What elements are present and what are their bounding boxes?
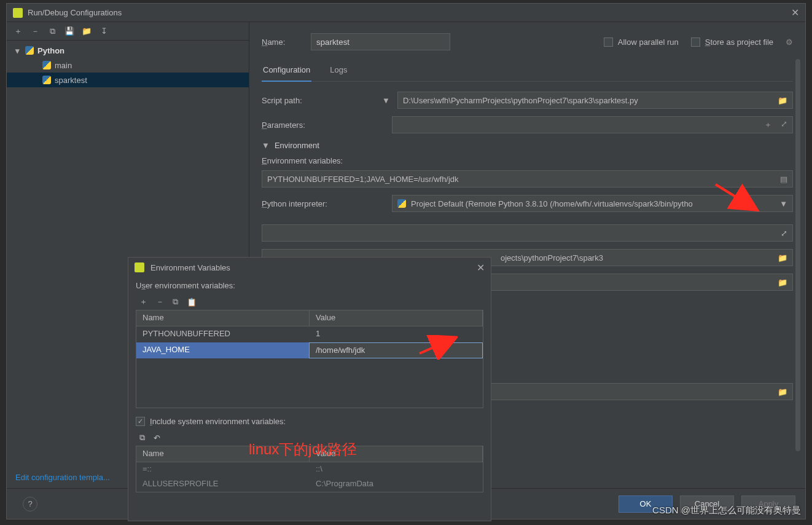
- save-icon[interactable]: 💾: [64, 26, 74, 36]
- browse-icon[interactable]: 📁: [778, 96, 787, 105]
- env-toolbar: ＋ － ⧉ 📋: [136, 294, 483, 310]
- checkbox-icon[interactable]: [691, 38, 700, 47]
- copy-icon[interactable]: ⧉: [173, 297, 178, 307]
- store-as-project-label: Store as project file: [705, 38, 773, 47]
- chevron-down-icon: ▼: [262, 141, 270, 150]
- interpreter-options-input[interactable]: ⤢: [262, 224, 793, 242]
- undo-icon[interactable]: ↶: [154, 433, 160, 443]
- help-button[interactable]: ?: [23, 497, 37, 511]
- watermark: CSDN @世界上怎么可能没有奥特曼: [652, 505, 801, 516]
- python-interpreter-label: Python interpreter:: [262, 199, 378, 208]
- annotation-text: linux下的jdk路径: [249, 440, 357, 459]
- config-tabs: Configuration Logs: [262, 61, 793, 82]
- tree-item-label: main: [55, 61, 72, 70]
- browse-icon[interactable]: 📁: [778, 253, 787, 262]
- svg-line-0: [716, 184, 755, 209]
- chevron-down-icon: ▼: [779, 199, 787, 208]
- tree-group-label: Python: [37, 46, 64, 55]
- list-icon[interactable]: ▤: [780, 175, 787, 184]
- parameters-label: Parameters:: [262, 120, 378, 130]
- script-path-value: D:\Users\wfh\PycharmProjects\pythonProje…: [403, 96, 638, 105]
- add-icon[interactable]: ＋: [139, 296, 147, 307]
- svg-line-1: [420, 338, 455, 353]
- plus-icon[interactable]: ＋: [764, 119, 772, 130]
- chevron-down-icon: ▾: [15, 46, 21, 55]
- env-titlebar: Environment Variables ✕: [128, 258, 491, 277]
- close-icon[interactable]: ✕: [791, 7, 799, 18]
- browse-icon[interactable]: 📁: [778, 278, 787, 287]
- parameters-input[interactable]: ＋ ⤢: [392, 116, 793, 133]
- tree-item-label: sparktest: [55, 76, 87, 85]
- tree-item-main[interactable]: main: [7, 58, 249, 73]
- allow-parallel-label: Allow parallel run: [618, 38, 679, 47]
- sort-icon[interactable]: ↧: [99, 26, 109, 36]
- checkbox-icon[interactable]: [604, 38, 613, 47]
- python-icon: [397, 199, 406, 208]
- environment-section-label: Environment: [275, 141, 319, 150]
- table-row[interactable]: ALLUSERSPROFILE C:\ProgramData: [136, 477, 483, 492]
- environment-section-header[interactable]: ▼ Environment: [262, 141, 793, 150]
- add-icon[interactable]: ＋: [13, 26, 23, 36]
- include-system-checkbox[interactable]: Include system environment variables:: [136, 417, 483, 426]
- annotation-arrow: [415, 335, 458, 360]
- tree-item-sparktest[interactable]: sparktest: [7, 73, 249, 87]
- tree-group-python[interactable]: ▾ Python: [7, 43, 249, 58]
- python-icon: [25, 46, 34, 55]
- include-system-label: Include system environment variables:: [150, 417, 286, 426]
- tree-toolbar: ＋ － ⧉ 💾 📁 ↧: [7, 22, 249, 41]
- allow-parallel-checkbox[interactable]: Allow parallel run: [604, 38, 679, 47]
- environment-variables-dialog: Environment Variables ✕ User environment…: [128, 257, 491, 521]
- app-icon: [135, 262, 144, 272]
- cell-name: =::: [136, 462, 310, 477]
- store-as-project-checkbox[interactable]: Store as project file: [691, 38, 773, 47]
- env-dialog-title: Environment Variables: [150, 263, 477, 272]
- python-icon: [42, 61, 51, 69]
- browse-icon[interactable]: 📁: [778, 387, 787, 397]
- remove-icon[interactable]: －: [156, 296, 164, 307]
- dialog-title: Run/Debug Configurations: [28, 8, 791, 17]
- app-icon: [13, 8, 23, 18]
- name-label: Name:: [262, 38, 299, 47]
- tab-configuration[interactable]: Configuration: [262, 61, 311, 82]
- name-input[interactable]: [311, 33, 450, 50]
- cell-value: C:\ProgramData: [310, 477, 483, 492]
- env-vars-value: PYTHONUNBUFFERED=1;JAVA_HOME=/usr/wfh/jd…: [267, 175, 459, 184]
- remove-icon[interactable]: －: [30, 26, 40, 36]
- python-icon: [42, 76, 51, 84]
- expand-icon[interactable]: ⤢: [781, 119, 787, 130]
- scrollbar[interactable]: [795, 59, 800, 451]
- env-vars-label: Environment variables:: [262, 156, 793, 165]
- copy-icon[interactable]: ⧉: [139, 433, 145, 443]
- interpreter-value: Project Default (Remote Python 3.8.10 (/…: [411, 199, 693, 208]
- tab-logs[interactable]: Logs: [329, 61, 348, 81]
- close-icon[interactable]: ✕: [477, 262, 485, 274]
- checkbox-icon[interactable]: [136, 417, 145, 426]
- copy-icon[interactable]: ⧉: [47, 26, 57, 36]
- col-value: Value: [310, 310, 483, 326]
- working-dir-value: ojects\pythonProject7\spark3: [501, 253, 603, 262]
- table-row[interactable]: =:: ::\: [136, 462, 483, 477]
- cell-name: JAVA_HOME: [136, 342, 309, 358]
- chevron-down-icon[interactable]: ▼: [382, 96, 390, 105]
- cell-name: PYTHONUNBUFFERED: [136, 326, 310, 342]
- user-env-label: User environment variables:: [136, 281, 483, 290]
- table-header: Name Value: [136, 310, 483, 326]
- script-path-input[interactable]: D:\Users\wfh\PycharmProjects\pythonProje…: [397, 92, 793, 109]
- paste-icon[interactable]: 📋: [187, 298, 197, 307]
- script-path-label: Script path:: [262, 96, 378, 105]
- cell-name: ALLUSERSPROFILE: [136, 477, 310, 492]
- titlebar: Run/Debug Configurations ✕: [7, 4, 805, 22]
- col-name: Name: [136, 310, 310, 326]
- gear-icon[interactable]: ⚙: [786, 38, 793, 47]
- cell-value: ::\: [310, 462, 483, 477]
- annotation-arrow: [712, 181, 762, 218]
- expand-icon[interactable]: ⤢: [781, 229, 787, 238]
- folder-icon[interactable]: 📁: [82, 26, 92, 36]
